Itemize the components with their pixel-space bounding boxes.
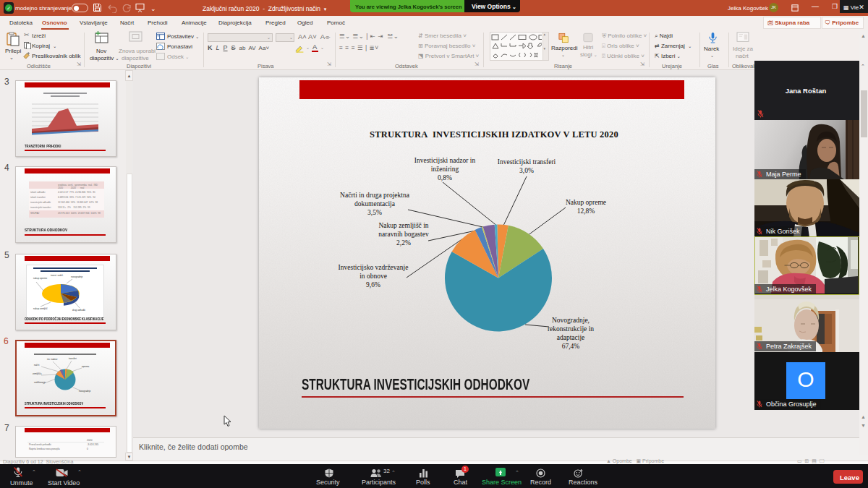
svg-text:9,6%: 9,6% [366,281,380,288]
svg-text:transferi: transferi [69,357,77,360]
svg-text:Investicijski transferi: Investicijski transferi [498,158,556,166]
svg-text:rekonstrukcije in: rekonstrukcije in [548,325,594,333]
svg-text:2,2%: 2,2% [396,239,411,247]
svg-text:0,8%: 0,8% [438,174,452,181]
svg-text:načrti: načrti [34,364,40,367]
svg-text:novogradnje: novogradnje [71,275,83,278]
svg-text:Nakup opreme: Nakup opreme [566,199,606,206]
svg-text:naravnih bogastev: naravnih bogastev [378,231,429,238]
svg-text:invest. vzdrž.: invest. vzdrž. [51,274,64,277]
svg-text:investicijski transferi: investicijski transferi [30,206,51,209]
svg-text:4.021.157 77% 4.236.846 95%: 4.021.157 77% 4.236.846 95% 81 [58,191,95,194]
svg-text:drugi odhodki: drugi odhodki [72,309,85,312]
svg-text:Najeta krediua nova posojila: Najeta krediua nova posojila [29,448,60,450]
svg-text:oprema: oprema [82,365,90,368]
svg-text:nakup opreme: nakup opreme [33,277,48,280]
svg-text:Proračunski prihodki: Proračunski prihodki [29,443,51,446]
svg-text:Načrti in druga projektna: Načrti in druga projektna [340,192,410,199]
svg-text:adaptacije: adaptacije [557,334,585,341]
svg-text:novogradnje: novogradnje [79,390,91,393]
svg-text:SKUPAJ: SKUPAJ [30,212,40,215]
svg-text:tekoči odhodki: tekoči odhodki [30,191,46,194]
svg-text:zemljišča: zemljišča [33,372,42,375]
svg-text:12.302.466 53% 11.863.647 6: 12.302.466 53% 11.863.647 62% 98 [58,201,98,204]
svg-text:2020: 2020 [87,439,93,442]
svg-text:0: 0 [87,448,88,450]
svg-text:67,4%: 67,4% [562,343,580,350]
svg-text:Investicijsko vzdrževanje: Investicijsko vzdrževanje [339,264,409,271]
svg-text:investicijski odhodki: investicijski odhodki [30,201,51,204]
svg-text:3,5%: 3,5% [367,209,382,216]
svg-text:inženiring: inženiring [431,166,459,173]
svg-text:23.975.613 100% 23.637.906: 23.975.613 100% 23.637.906 100% 98 [58,212,101,215]
svg-text:tekoči transferi: tekoči transferi [30,196,46,199]
svg-text:Novogradnje,: Novogradnje, [552,317,590,324]
svg-text:Nakup zemljišč in: Nakup zemljišč in [378,222,428,229]
svg-text:2020 2020 rea: 2020 2020 real [58,187,85,189]
svg-text:nakup zemljišč: nakup zemljišč [33,307,48,310]
svg-text:-3.024.265: -3.024.265 [87,443,98,446]
svg-text:in obnove: in obnove [359,273,387,280]
svg-text:dokumentacija: dokumentacija [354,200,396,207]
svg-text:inv. nadzor: inv. nadzor [47,358,57,361]
svg-text:518.11+ 2% 152.285 2% 99: 518.11+ 2% 152.285 2% 99 [58,206,90,209]
svg-text:12,8%: 12,8% [577,207,595,215]
svg-text:6.689.556 33% 7.121.229 94%: 6.689.556 33% 7.121.229 94% 94 [58,196,95,199]
svg-text:3,0%: 3,0% [519,167,534,174]
svg-text:Investicijski nadzor in: Investicijski nadzor in [414,157,476,164]
